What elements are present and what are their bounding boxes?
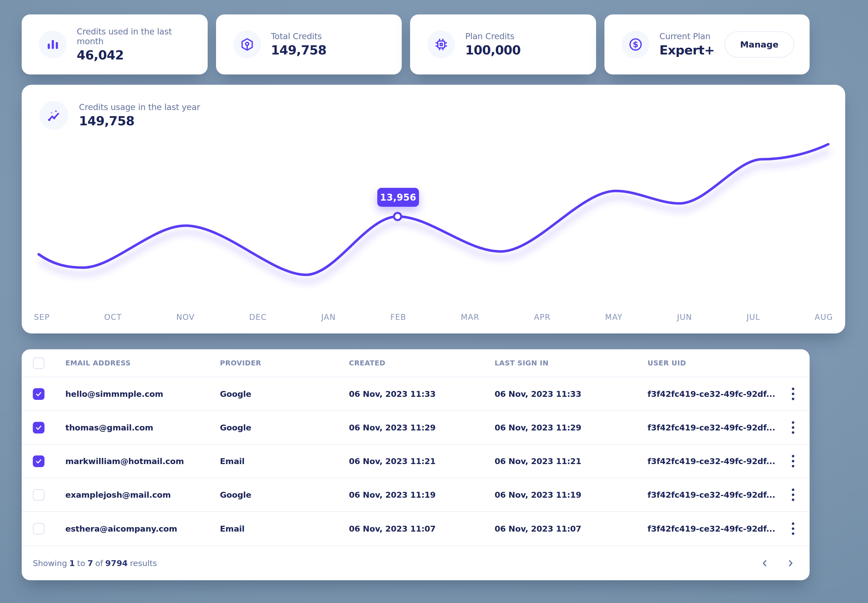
user-uid-cell: f3f42fc419-ce32-49fc-92df... — [648, 490, 782, 499]
x-axis-label: JUL — [747, 312, 760, 322]
stat-value: Expert+ — [659, 43, 715, 57]
results-summary: Showing1to7of9794results — [33, 558, 159, 568]
select-all-checkbox[interactable] — [33, 357, 45, 369]
x-axis-label: MAY — [605, 312, 623, 322]
users-table-card: EMAIL ADDRESS PROVIDER CREATED LAST SIGN… — [22, 349, 810, 580]
email-cell: thomas@gmail.com — [65, 423, 220, 432]
last-sign-in-cell: 06 Nov, 2023 11:19 — [494, 490, 648, 499]
provider-cell: Email — [220, 524, 349, 533]
user-uid-cell: f3f42fc419-ce32-49fc-92df... — [648, 423, 782, 432]
series-line — [39, 144, 828, 275]
email-cell: hello@simmmple.com — [65, 389, 220, 399]
user-uid-cell: f3f42fc419-ce32-49fc-92df... — [648, 389, 782, 399]
cube-icon — [233, 31, 261, 58]
kebab-menu-icon[interactable] — [789, 486, 797, 504]
x-axis-label: JAN — [321, 312, 336, 322]
stat-label: Total Credits — [271, 31, 326, 41]
x-axis-label: OCT — [104, 312, 122, 322]
x-axis-label: AUG — [815, 312, 833, 322]
credits-usage-chart-card: Credits usage in the last year 149,758 1… — [22, 85, 845, 334]
user-uid-cell: f3f42fc419-ce32-49fc-92df... — [648, 524, 782, 533]
created-cell: 06 Nov, 2023 11:33 — [349, 389, 494, 399]
table-row: esthera@aicompany.com Email 06 Nov, 2023… — [22, 512, 810, 546]
created-cell: 06 Nov, 2023 11:21 — [349, 456, 494, 466]
kebab-menu-icon[interactable] — [789, 452, 797, 470]
column-header-last-sign-in: LAST SIGN IN — [494, 359, 648, 367]
x-axis-label: DEC — [249, 312, 267, 322]
svg-text:$: $ — [633, 40, 639, 49]
stat-card-credits-used: Credits used in the last month 46,042 — [22, 14, 208, 74]
row-checkbox[interactable] — [33, 422, 45, 433]
previous-page-button[interactable] — [759, 557, 771, 569]
chart-total-value: 149,758 — [79, 114, 200, 128]
x-axis-labels: SEPOCTNOVDECJANFEBMARAPRMAYJUNJULAUG — [22, 312, 845, 322]
chevron-right-icon — [786, 559, 795, 567]
provider-cell: Email — [220, 456, 349, 466]
table-row: examplejosh@mail.com Google 06 Nov, 2023… — [22, 478, 810, 512]
row-checkbox[interactable] — [33, 455, 45, 467]
created-cell: 06 Nov, 2023 11:19 — [349, 490, 494, 499]
table-row: hello@simmmple.com Google 06 Nov, 2023 1… — [22, 377, 810, 411]
chip-icon — [427, 31, 455, 58]
row-checkbox[interactable] — [33, 489, 45, 501]
pagination — [759, 557, 796, 569]
table-row: markwilliam@hotmail.com Email 06 Nov, 20… — [22, 445, 810, 478]
x-axis-label: MAR — [461, 312, 479, 322]
stat-value: 149,758 — [271, 43, 326, 57]
chevron-left-icon — [761, 559, 769, 567]
stat-card-current-plan: $ Current Plan Expert+ Manage — [604, 14, 810, 74]
stat-card-plan-credits: Plan Credits 100,000 — [410, 14, 596, 74]
kebab-menu-icon[interactable] — [789, 520, 797, 538]
table-header-row: EMAIL ADDRESS PROVIDER CREATED LAST SIGN… — [22, 349, 810, 377]
x-axis-label: JUN — [677, 312, 692, 322]
x-axis-label: FEB — [391, 312, 406, 322]
column-header-created: CREATED — [349, 359, 494, 367]
dollar-icon: $ — [622, 31, 649, 58]
stats-row: Credits used in the last month 46,042 To… — [22, 14, 810, 74]
stat-label: Credits used in the last month — [77, 27, 192, 46]
email-cell: markwilliam@hotmail.com — [65, 456, 220, 466]
next-page-button[interactable] — [784, 557, 796, 569]
last-sign-in-cell: 06 Nov, 2023 11:07 — [494, 524, 648, 533]
kebab-menu-icon[interactable] — [789, 419, 797, 436]
column-header-user-uid: USER UID — [648, 359, 782, 367]
table-body: hello@simmmple.com Google 06 Nov, 2023 1… — [22, 377, 810, 546]
chart-title: Credits usage in the last year — [79, 102, 200, 112]
row-checkbox[interactable] — [33, 523, 45, 535]
stat-label: Plan Credits — [465, 31, 521, 41]
email-cell: examplejosh@mail.com — [65, 490, 220, 499]
created-cell: 06 Nov, 2023 11:07 — [349, 524, 494, 533]
kebab-menu-icon[interactable] — [789, 385, 797, 403]
stat-value: 100,000 — [465, 43, 521, 57]
provider-cell: Google — [220, 490, 349, 499]
bar-chart-icon — [39, 31, 67, 58]
line-shadow — [40, 151, 830, 281]
last-sign-in-cell: 06 Nov, 2023 11:33 — [494, 389, 648, 399]
table-row: thomas@gmail.com Google 06 Nov, 2023 11:… — [22, 411, 810, 445]
user-uid-cell: f3f42fc419-ce32-49fc-92df... — [648, 456, 782, 466]
last-sign-in-cell: 06 Nov, 2023 11:21 — [494, 456, 648, 466]
x-axis-label: SEP — [34, 312, 50, 322]
row-checkbox[interactable] — [33, 388, 45, 400]
stat-card-total-credits: Total Credits 149,758 — [216, 14, 402, 74]
chart-header: Credits usage in the last year 149,758 — [39, 101, 200, 130]
table-footer: Showing1to7of9794results — [22, 546, 810, 580]
last-sign-in-cell: 06 Nov, 2023 11:29 — [494, 423, 648, 432]
column-header-provider: PROVIDER — [220, 359, 349, 367]
chart-tooltip: 13,956 — [377, 188, 419, 207]
x-axis-label: APR — [534, 312, 550, 322]
email-cell: esthera@aicompany.com — [65, 524, 220, 533]
x-axis-label: NOV — [176, 312, 195, 322]
stat-label: Current Plan — [659, 31, 715, 41]
column-header-email: EMAIL ADDRESS — [65, 359, 220, 367]
provider-cell: Google — [220, 423, 349, 432]
manage-button[interactable]: Manage — [725, 31, 794, 57]
highlight-point-marker[interactable] — [394, 213, 401, 220]
created-cell: 06 Nov, 2023 11:29 — [349, 423, 494, 432]
stat-value: 46,042 — [77, 48, 192, 62]
provider-cell: Google — [220, 389, 349, 399]
trend-line-icon — [39, 101, 68, 130]
